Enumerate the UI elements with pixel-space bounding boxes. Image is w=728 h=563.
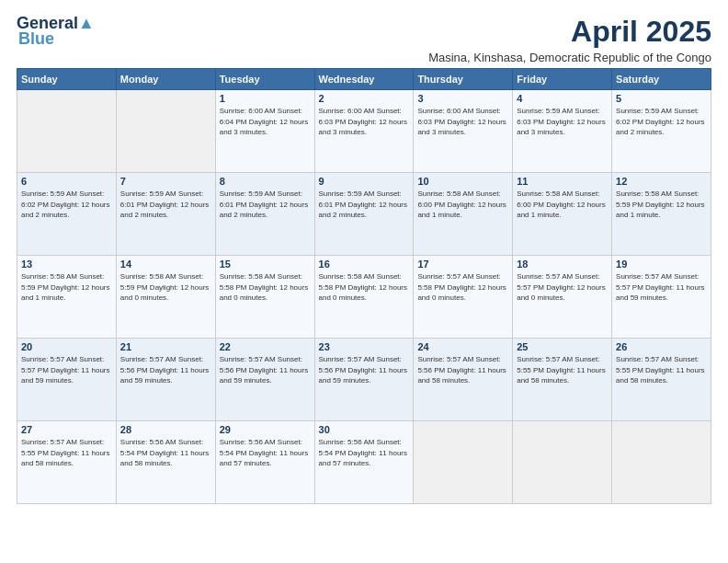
day-info: Sunrise: 5:58 AM Sunset: 5:58 PM Dayligh…: [220, 271, 311, 304]
col-tuesday: Tuesday: [215, 69, 314, 90]
day-cell: 11Sunrise: 5:58 AM Sunset: 6:00 PM Dayli…: [513, 173, 612, 256]
day-cell: 13Sunrise: 5:58 AM Sunset: 5:59 PM Dayli…: [17, 256, 117, 339]
day-cell: [414, 421, 513, 504]
day-info: Sunrise: 5:59 AM Sunset: 6:03 PM Dayligh…: [517, 106, 608, 138]
day-number: 17: [417, 259, 508, 270]
day-number: 19: [616, 259, 707, 270]
day-cell: 16Sunrise: 5:58 AM Sunset: 5:58 PM Dayli…: [314, 256, 414, 339]
header-row: Sunday Monday Tuesday Wednesday Thursday…: [17, 69, 711, 90]
day-number: 18: [517, 259, 608, 270]
day-cell: [612, 421, 711, 504]
day-info: Sunrise: 5:56 AM Sunset: 5:54 PM Dayligh…: [220, 437, 311, 469]
day-cell: 24Sunrise: 5:57 AM Sunset: 5:56 PM Dayli…: [414, 339, 513, 421]
day-number: 8: [220, 176, 311, 187]
day-info: Sunrise: 5:57 AM Sunset: 5:56 PM Dayligh…: [417, 354, 508, 386]
day-info: Sunrise: 5:59 AM Sunset: 6:02 PM Dayligh…: [616, 106, 707, 138]
col-monday: Monday: [116, 69, 215, 90]
day-number: 1: [220, 93, 311, 104]
day-cell: 19Sunrise: 5:57 AM Sunset: 5:57 PM Dayli…: [612, 256, 711, 339]
logo-blue: Blue: [18, 29, 54, 49]
day-number: 14: [120, 259, 211, 270]
day-cell: 9Sunrise: 5:59 AM Sunset: 6:01 PM Daylig…: [314, 173, 414, 256]
day-cell: 3Sunrise: 6:00 AM Sunset: 6:03 PM Daylig…: [414, 90, 513, 173]
day-cell: 14Sunrise: 5:58 AM Sunset: 5:59 PM Dayli…: [116, 256, 215, 339]
day-cell: 22Sunrise: 5:57 AM Sunset: 5:56 PM Dayli…: [215, 339, 314, 421]
day-number: 4: [517, 93, 608, 104]
calendar-body: 1Sunrise: 6:00 AM Sunset: 6:04 PM Daylig…: [17, 90, 711, 504]
day-cell: 27Sunrise: 5:57 AM Sunset: 5:55 PM Dayli…: [17, 421, 117, 504]
day-number: 26: [616, 341, 707, 352]
day-info: Sunrise: 5:57 AM Sunset: 5:56 PM Dayligh…: [120, 354, 211, 386]
subtitle: Masina, Kinshasa, Democratic Republic of…: [428, 51, 711, 64]
day-cell: 12Sunrise: 5:58 AM Sunset: 5:59 PM Dayli…: [612, 173, 711, 256]
day-number: 27: [21, 424, 112, 435]
day-info: Sunrise: 5:57 AM Sunset: 5:56 PM Dayligh…: [220, 354, 311, 386]
day-info: Sunrise: 5:58 AM Sunset: 6:00 PM Dayligh…: [417, 189, 508, 221]
day-cell: 15Sunrise: 5:58 AM Sunset: 5:58 PM Dayli…: [215, 256, 314, 339]
day-number: 9: [319, 176, 410, 187]
day-info: Sunrise: 5:57 AM Sunset: 5:57 PM Dayligh…: [616, 271, 707, 304]
day-number: 11: [517, 176, 608, 187]
day-cell: 26Sunrise: 5:57 AM Sunset: 5:55 PM Dayli…: [612, 339, 711, 421]
day-cell: 25Sunrise: 5:57 AM Sunset: 5:55 PM Dayli…: [513, 339, 612, 421]
day-number: 10: [417, 176, 508, 187]
day-number: 23: [319, 341, 410, 352]
day-number: 16: [319, 259, 410, 270]
day-info: Sunrise: 5:58 AM Sunset: 6:00 PM Dayligh…: [517, 189, 608, 221]
day-number: 30: [319, 424, 410, 435]
day-number: 12: [616, 176, 707, 187]
day-info: Sunrise: 5:59 AM Sunset: 6:02 PM Dayligh…: [21, 189, 112, 221]
day-cell: [17, 90, 117, 173]
day-info: Sunrise: 5:59 AM Sunset: 6:01 PM Dayligh…: [220, 189, 311, 221]
day-number: 22: [220, 341, 311, 352]
day-cell: 8Sunrise: 5:59 AM Sunset: 6:01 PM Daylig…: [215, 173, 314, 256]
month-title: April 2025: [428, 15, 711, 49]
week-row-2: 13Sunrise: 5:58 AM Sunset: 5:59 PM Dayli…: [17, 256, 711, 339]
day-cell: 20Sunrise: 5:57 AM Sunset: 5:57 PM Dayli…: [17, 339, 117, 421]
day-cell: 4Sunrise: 5:59 AM Sunset: 6:03 PM Daylig…: [513, 90, 612, 173]
day-cell: 18Sunrise: 5:57 AM Sunset: 5:57 PM Dayli…: [513, 256, 612, 339]
week-row-0: 1Sunrise: 6:00 AM Sunset: 6:04 PM Daylig…: [17, 90, 711, 173]
day-number: 2: [319, 93, 410, 104]
day-number: 29: [220, 424, 311, 435]
page: General▲ Blue April 2025 Masina, Kinshas…: [0, 0, 728, 563]
day-number: 28: [120, 424, 211, 435]
day-cell: 17Sunrise: 5:57 AM Sunset: 5:58 PM Dayli…: [414, 256, 513, 339]
col-friday: Friday: [513, 69, 612, 90]
day-number: 7: [120, 176, 211, 187]
day-cell: 23Sunrise: 5:57 AM Sunset: 5:56 PM Dayli…: [314, 339, 414, 421]
day-info: Sunrise: 6:00 AM Sunset: 6:04 PM Dayligh…: [220, 106, 311, 138]
col-wednesday: Wednesday: [314, 69, 414, 90]
title-block: April 2025 Masina, Kinshasa, Democratic …: [428, 15, 711, 64]
day-info: Sunrise: 5:56 AM Sunset: 5:54 PM Dayligh…: [120, 437, 211, 469]
day-info: Sunrise: 5:58 AM Sunset: 5:59 PM Dayligh…: [616, 189, 707, 221]
week-row-1: 6Sunrise: 5:59 AM Sunset: 6:02 PM Daylig…: [17, 173, 711, 256]
day-info: Sunrise: 5:57 AM Sunset: 5:58 PM Dayligh…: [417, 271, 508, 304]
day-cell: 7Sunrise: 5:59 AM Sunset: 6:01 PM Daylig…: [116, 173, 215, 256]
day-cell: 21Sunrise: 5:57 AM Sunset: 5:56 PM Dayli…: [116, 339, 215, 421]
day-number: 3: [417, 93, 508, 104]
day-info: Sunrise: 5:57 AM Sunset: 5:55 PM Dayligh…: [517, 354, 608, 386]
day-info: Sunrise: 5:57 AM Sunset: 5:57 PM Dayligh…: [21, 354, 112, 386]
day-info: Sunrise: 5:58 AM Sunset: 5:58 PM Dayligh…: [319, 271, 410, 304]
day-number: 13: [21, 259, 112, 270]
day-cell: 6Sunrise: 5:59 AM Sunset: 6:02 PM Daylig…: [17, 173, 117, 256]
day-number: 20: [21, 341, 112, 352]
col-thursday: Thursday: [414, 69, 513, 90]
day-info: Sunrise: 5:56 AM Sunset: 5:54 PM Dayligh…: [319, 437, 410, 469]
day-info: Sunrise: 6:00 AM Sunset: 6:03 PM Dayligh…: [319, 106, 410, 138]
day-info: Sunrise: 5:57 AM Sunset: 5:55 PM Dayligh…: [616, 354, 707, 386]
day-info: Sunrise: 5:59 AM Sunset: 6:01 PM Dayligh…: [120, 189, 211, 221]
day-info: Sunrise: 6:00 AM Sunset: 6:03 PM Dayligh…: [417, 106, 508, 138]
logo: General▲ Blue: [17, 15, 95, 49]
col-sunday: Sunday: [17, 69, 117, 90]
header: General▲ Blue April 2025 Masina, Kinshas…: [17, 15, 711, 64]
day-number: 25: [517, 341, 608, 352]
day-number: 5: [616, 93, 707, 104]
day-cell: [116, 90, 215, 173]
day-number: 24: [417, 341, 508, 352]
week-row-4: 27Sunrise: 5:57 AM Sunset: 5:55 PM Dayli…: [17, 421, 711, 504]
calendar-table: Sunday Monday Tuesday Wednesday Thursday…: [17, 68, 711, 504]
day-cell: 30Sunrise: 5:56 AM Sunset: 5:54 PM Dayli…: [314, 421, 414, 504]
day-info: Sunrise: 5:58 AM Sunset: 5:59 PM Dayligh…: [120, 271, 211, 304]
